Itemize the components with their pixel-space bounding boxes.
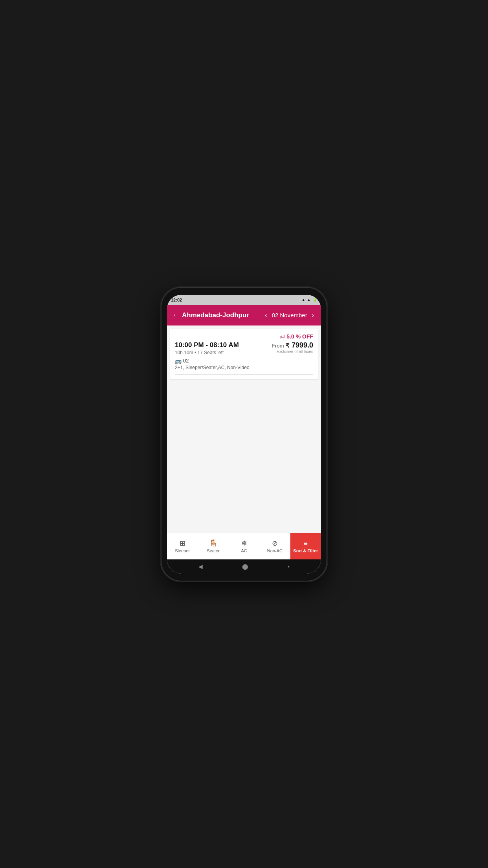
bus-icon: 🚌 (175, 358, 182, 364)
next-date-button[interactable]: › (310, 311, 316, 320)
duration-seats: 10h 10m • 17 Seats left (175, 350, 272, 355)
phone-screen: 12:02 ▲ ▲ 🔋 ← Ahmedabad-Jodhpur ‹ 02 Nov… (167, 295, 321, 574)
header-left: ← Ahmedabad-Jodhpur (172, 311, 249, 319)
card-middle: 10:00 PM - 08:10 AM 10h 10m • 17 Seats l… (175, 341, 313, 370)
nav-sleeper[interactable]: ⊞ Sleeper (167, 533, 198, 559)
sort-filter-icon: ≡ (304, 539, 308, 548)
signal-icon: ▲ (307, 298, 311, 302)
tag-icon: 🏷 (279, 333, 285, 340)
android-recent-button[interactable]: ▪ (288, 563, 290, 570)
app-header: ← Ahmedabad-Jodhpur ‹ 02 November › (167, 305, 321, 326)
sleeper-icon: ⊞ (180, 539, 185, 548)
back-button[interactable]: ← (172, 311, 180, 319)
bottom-nav: ⊞ Sleeper 🪑 Seater ❄ AC ⊘ Non-AC ≡ Sort … (167, 533, 321, 559)
main-content: 🏷 5.0 % OFF 10:00 PM - 08:10 AM 10h 10m (167, 326, 321, 533)
bus-card[interactable]: 🏷 5.0 % OFF 10:00 PM - 08:10 AM 10h 10m (170, 329, 318, 379)
status-icons: ▲ ▲ 🔋 (301, 298, 317, 302)
nav-sort-filter[interactable]: ≡ Sort & Filter (290, 533, 321, 559)
nav-seater[interactable]: 🪑 Seater (198, 533, 228, 559)
seater-label: Seater (207, 548, 219, 553)
phone-frame: 12:02 ▲ ▲ 🔋 ← Ahmedabad-Jodhpur ‹ 02 Nov… (161, 288, 327, 581)
prev-date-button[interactable]: ‹ (263, 311, 268, 320)
seats-left: 17 Seats left (198, 350, 224, 355)
battery-icon: 🔋 (312, 298, 317, 302)
selected-date: 02 November (272, 312, 307, 318)
card-top-row: 🏷 5.0 % OFF (175, 333, 313, 340)
wifi-icon: ▲ (301, 298, 305, 302)
bus-right: From ₹ 7999.0 Exclusive of all taxes (272, 341, 313, 354)
taxes-note: Exclusive of all taxes (272, 349, 313, 354)
seater-icon: 🪑 (209, 539, 218, 548)
nav-non-ac[interactable]: ⊘ Non-AC (259, 533, 290, 559)
nav-ac[interactable]: ❄ AC (229, 533, 259, 559)
android-back-button[interactable]: ◀ (198, 563, 203, 570)
bus-number: 02 (183, 358, 189, 364)
bus-type: 2+1, Sleeper/Seater,AC, Non-Video (175, 365, 272, 370)
bullet-separator: • (194, 350, 198, 355)
sleeper-label: Sleeper (175, 548, 190, 553)
bus-left: 10:00 PM - 08:10 AM 10h 10m • 17 Seats l… (175, 341, 272, 370)
sort-filter-label: Sort & Filter (293, 548, 318, 553)
price-value: 7999.0 (292, 341, 313, 349)
discount-badge: 🏷 5.0 % OFF (279, 333, 313, 340)
ac-icon: ❄ (241, 539, 247, 548)
price: ₹ 7999.0 (286, 341, 313, 349)
bus-number-row: 🚌 02 (175, 358, 272, 364)
from-label-row: From ₹ 7999.0 (272, 341, 313, 349)
status-bar: 12:02 ▲ ▲ 🔋 (167, 295, 321, 305)
duration: 10h 10m (175, 350, 193, 355)
time-range: 10:00 PM - 08:10 AM (175, 341, 272, 349)
departure-time: 10:00 PM (175, 341, 204, 349)
discount-text: 5.0 % OFF (286, 333, 313, 340)
android-nav-bar: ◀ ⬤ ▪ (167, 559, 321, 574)
card-divider (175, 374, 313, 375)
header-title: Ahmedabad-Jodhpur (182, 311, 249, 319)
android-home-button[interactable]: ⬤ (242, 563, 248, 570)
arrival-time: 08:10 AM (210, 341, 239, 349)
non-ac-icon: ⊘ (272, 539, 278, 548)
status-time: 12:02 (171, 298, 182, 302)
from-label: From (272, 343, 284, 349)
time-separator: - (205, 341, 209, 349)
non-ac-label: Non-AC (267, 548, 283, 553)
rupee-symbol: ₹ (286, 342, 290, 349)
ac-label: AC (241, 548, 247, 553)
header-date-nav: ‹ 02 November › (263, 311, 316, 320)
